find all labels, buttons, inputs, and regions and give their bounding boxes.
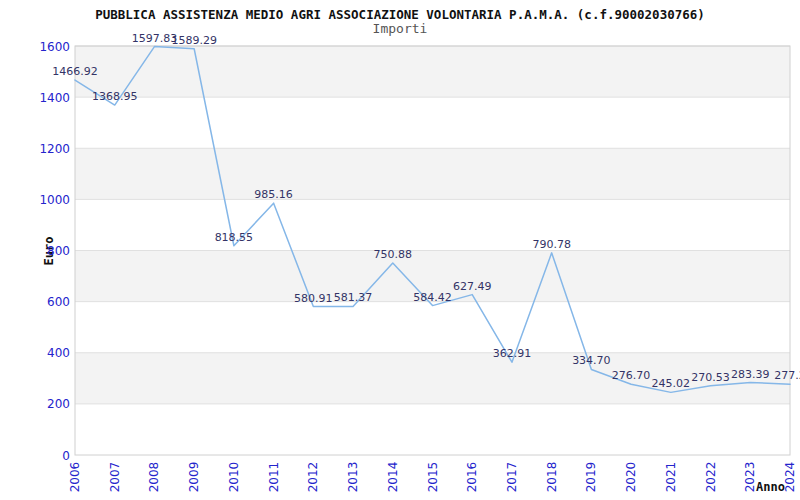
x-tick-label: 2024 <box>783 462 797 493</box>
data-point-label: 1466.92 <box>52 65 98 78</box>
data-point-label: 818.55 <box>215 231 254 244</box>
data-point-label: 362.91 <box>493 347 532 360</box>
x-tick-label: 2012 <box>306 462 320 493</box>
data-point-label: 270.53 <box>691 371 730 384</box>
y-tick-label: 0 <box>62 449 70 463</box>
series-line <box>75 47 790 393</box>
x-tick-label: 2021 <box>664 462 678 493</box>
y-tick-label: 600 <box>47 295 70 309</box>
data-point-label: 584.42 <box>413 291 452 304</box>
data-point-label: 1368.95 <box>92 90 138 103</box>
x-tick-label: 2016 <box>465 462 479 493</box>
x-tick-label: 2019 <box>584 462 598 493</box>
x-tick-label: 2010 <box>227 462 241 493</box>
y-tick-label: 1400 <box>39 91 70 105</box>
data-point-label: 627.49 <box>453 280 492 293</box>
x-tick-label: 2018 <box>545 462 559 493</box>
x-tick-label: 2008 <box>147 462 161 493</box>
data-point-label: 750.88 <box>374 248 413 261</box>
y-tick-label: 1600 <box>39 40 70 54</box>
data-point-label: 283.39 <box>731 368 770 381</box>
x-tick-label: 2014 <box>386 462 400 493</box>
y-tick-label: 400 <box>47 346 70 360</box>
line-chart-plot: 1466.921368.951597.831589.29818.55985.16… <box>0 0 800 500</box>
plot-band <box>75 148 790 199</box>
x-tick-label: 2023 <box>743 462 757 493</box>
y-tick-label: 1200 <box>39 142 70 156</box>
x-tick-label: 2011 <box>267 462 281 493</box>
data-point-label: 245.02 <box>652 377 691 390</box>
x-tick-label: 2006 <box>68 462 82 493</box>
data-point-label: 334.70 <box>572 354 611 367</box>
data-point-label: 985.16 <box>254 188 293 201</box>
data-point-label: 276.70 <box>612 369 651 382</box>
x-tick-label: 2013 <box>346 462 360 493</box>
x-tick-label: 2020 <box>624 462 638 493</box>
data-point-label: 1589.29 <box>171 34 217 47</box>
x-tick-label: 2017 <box>505 462 519 493</box>
y-tick-label: 200 <box>47 397 70 411</box>
y-tick-label: 800 <box>47 244 70 258</box>
x-tick-label: 2007 <box>108 462 122 493</box>
y-tick-label: 1000 <box>39 193 70 207</box>
x-tick-label: 2009 <box>187 462 201 493</box>
x-tick-label: 2015 <box>426 462 440 493</box>
chart-container: PUBBLICA ASSISTENZA MEDIO AGRI ASSOCIAZI… <box>0 0 800 500</box>
plot-band <box>75 46 790 97</box>
data-point-label: 581.37 <box>334 291 373 304</box>
data-point-label: 1597.83 <box>132 32 178 45</box>
data-point-label: 277.2 <box>774 369 800 382</box>
data-point-label: 790.78 <box>532 238 571 251</box>
x-tick-label: 2022 <box>704 462 718 493</box>
data-point-label: 580.91 <box>294 292 333 305</box>
